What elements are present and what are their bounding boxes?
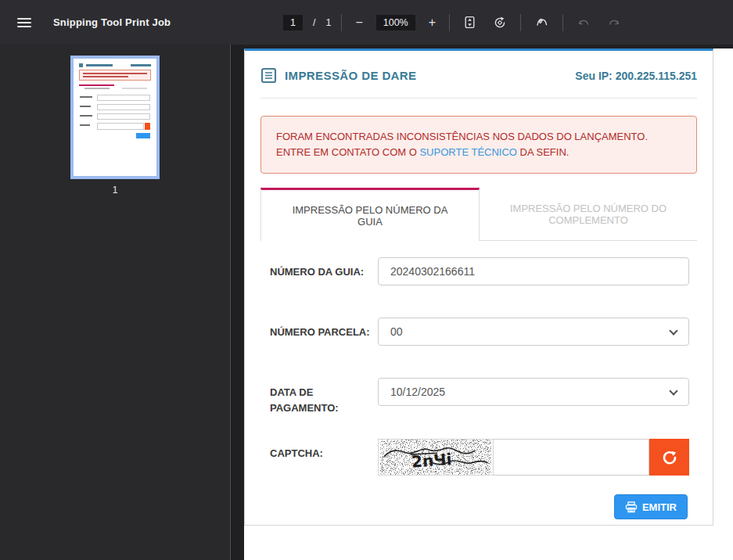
toolbar-divider <box>520 14 521 31</box>
page-separator: / <box>313 17 315 28</box>
fit-to-page-icon <box>463 16 476 29</box>
svg-text:2nЧi: 2nЧi <box>411 450 452 472</box>
page-title: IMPRESSÃO DE DARE <box>285 69 417 82</box>
data-pagamento-label: DATA DE PAGAMENTO: <box>261 378 378 416</box>
toolbar-divider <box>449 14 450 31</box>
dare-form-card: IMPRESSÃO DE DARE Seu IP: 200.225.115.25… <box>244 48 713 526</box>
chevron-down-icon <box>669 386 677 395</box>
hamburger-icon <box>17 16 31 30</box>
undo-icon <box>577 16 591 30</box>
redo-icon <box>607 16 621 30</box>
numero-guia-label: NÚMERO DA GUIA: <box>261 257 378 285</box>
undo-button[interactable] <box>573 13 594 33</box>
form-row-numero-parcela: NÚMERO PARCELA: 00 <box>261 318 697 346</box>
user-ip: Seu IP: 200.225.115.251 <box>575 70 697 82</box>
alert-line2: ENTRE EM CONTATO COM O SUPORTE TÉCNICO D… <box>276 145 681 160</box>
form-row-data-pagamento: DATA DE PAGAMENTO: 10/12/2025 <box>261 378 697 416</box>
alert-line1: FORAM ENCONTRADAS INCONSISTÊNCIAS NOS DA… <box>276 129 681 145</box>
data-pagamento-select[interactable]: 10/12/2025 <box>378 378 689 406</box>
page-thumbnail-preview <box>74 59 156 176</box>
error-alert: FORAM ENCONTRADAS INCONSISTÊNCIAS NOS DA… <box>261 116 697 174</box>
current-page-input[interactable]: 1 <box>283 15 303 31</box>
tab-impressao-numero-guia[interactable]: IMPRESSÃO PELO NÚMERO DA GUIA <box>261 188 480 241</box>
print-job-title: Snipping Tool Print Job <box>53 16 171 28</box>
page-thumbnail[interactable] <box>70 56 160 179</box>
zoom-in-button[interactable]: + <box>426 13 439 32</box>
zoom-out-button[interactable]: − <box>352 13 365 32</box>
numero-parcela-label: NÚMERO PARCELA: <box>261 318 378 346</box>
redo-button[interactable] <box>604 13 624 33</box>
numero-guia-input[interactable] <box>378 257 689 285</box>
rotate-icon <box>493 16 507 30</box>
pdf-toolbar: Snipping Tool Print Job 1 / 1 − 100% + <box>0 0 733 45</box>
toolbar-divider <box>562 14 563 31</box>
tab-bar: IMPRESSÃO PELO NÚMERO DA GUIA IMPRESSÃO … <box>261 188 697 241</box>
fit-to-page-button[interactable] <box>460 13 480 32</box>
form-row-numero-guia: NÚMERO DA GUIA: <box>261 257 697 285</box>
captcha-refresh-button[interactable] <box>649 439 689 476</box>
captcha-label: CAPTCHA: <box>261 439 378 476</box>
thumbnail-page-number: 1 <box>113 185 118 196</box>
printer-icon <box>625 501 638 513</box>
refresh-icon <box>661 449 678 466</box>
page-count: 1 <box>325 17 331 28</box>
document-header: IMPRESSÃO DE DARE Seu IP: 200.225.115.25… <box>261 67 697 84</box>
toolbar-divider <box>341 14 342 31</box>
chevron-down-icon <box>669 326 677 335</box>
captcha-input[interactable] <box>494 439 649 476</box>
viewer-canvas: IMPRESSÃO DE DARE Seu IP: 200.225.115.25… <box>231 45 733 560</box>
document-icon <box>261 67 277 84</box>
menu-button[interactable] <box>13 11 36 34</box>
rotate-button[interactable] <box>490 13 510 33</box>
form-row-captcha: CAPTCHA: <box>261 439 697 476</box>
toolbar-controls: 1 / 1 − 100% + <box>283 0 624 45</box>
zoom-level[interactable]: 100% <box>376 15 415 31</box>
tab-impressao-numero-complemento[interactable]: IMPRESSÃO PELO NÚMERO DO COMPLEMENTO <box>480 188 697 241</box>
thumbnail-alert <box>79 70 151 81</box>
captcha-image: 2nЧi <box>378 439 494 476</box>
draw-ink-icon <box>534 15 549 30</box>
pdf-page: IMPRESSÃO DE DARE Seu IP: 200.225.115.25… <box>244 48 733 560</box>
numero-parcela-select[interactable]: 00 <box>378 318 689 346</box>
support-link[interactable]: SUPORTE TÉCNICO <box>419 146 516 158</box>
emitir-button[interactable]: EMITIR <box>614 494 688 519</box>
thumbnail-panel: 1 <box>0 45 231 560</box>
draw-ink-button[interactable] <box>531 12 552 33</box>
header-divider <box>261 98 697 99</box>
